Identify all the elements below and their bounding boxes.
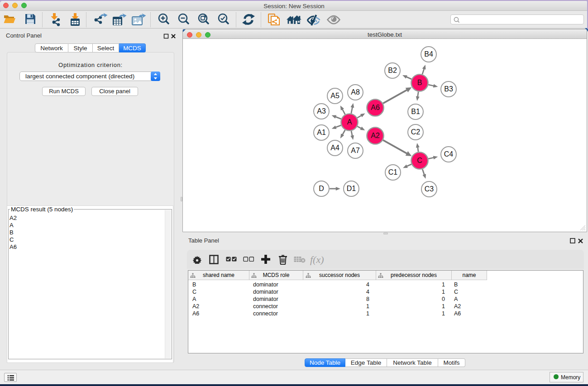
svg-text:C2: C2 xyxy=(411,128,421,136)
svg-text:A6: A6 xyxy=(371,104,380,111)
svg-text:A3: A3 xyxy=(317,107,326,115)
svg-text:A2: A2 xyxy=(371,132,380,139)
svg-text:A: A xyxy=(347,118,352,126)
svg-text:B2: B2 xyxy=(388,67,397,74)
svg-text:C4: C4 xyxy=(444,150,454,158)
svg-text:A4: A4 xyxy=(330,144,339,152)
svg-text:D: D xyxy=(319,185,324,192)
svg-text:B1: B1 xyxy=(411,108,420,115)
svg-text:A8: A8 xyxy=(351,88,360,96)
svg-text:B4: B4 xyxy=(424,50,433,58)
svg-text:C: C xyxy=(417,157,422,164)
svg-text:A1: A1 xyxy=(317,129,326,136)
svg-text:C3: C3 xyxy=(425,185,434,193)
svg-text:A5: A5 xyxy=(330,92,339,100)
svg-text:C1: C1 xyxy=(388,168,398,176)
svg-text:A7: A7 xyxy=(351,147,360,154)
svg-text:B: B xyxy=(417,79,422,86)
svg-text:B3: B3 xyxy=(444,85,453,93)
svg-text:D1: D1 xyxy=(347,185,356,192)
